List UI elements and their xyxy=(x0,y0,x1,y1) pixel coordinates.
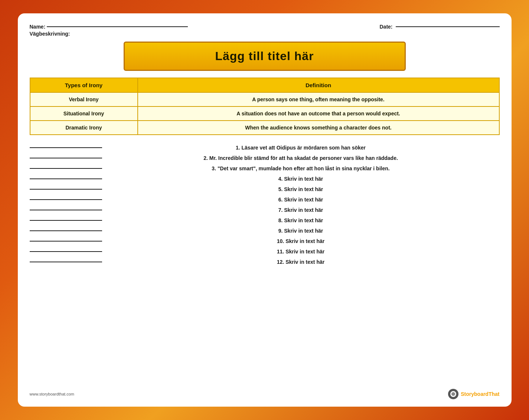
logo-text-storyboard: Storyboard xyxy=(461,391,489,397)
table-row: Situational IronyA situation does not ha… xyxy=(30,106,499,121)
item-row: 11. Skriv in text här xyxy=(30,246,500,257)
answer-line-4 xyxy=(30,189,102,190)
name-underline xyxy=(47,26,188,27)
item-row: 3. "Det var smart", mumlade hon efter at… xyxy=(30,163,500,174)
irony-table: Types of Irony Definition Verbal IronyA … xyxy=(30,78,500,135)
item-text-9: 10. Skriv in text här xyxy=(102,238,500,244)
table-row: Verbal IronyA person says one thing, oft… xyxy=(30,92,499,106)
footer-logo: StoryboardThat xyxy=(448,389,499,399)
item-row: 9. Skriv in text här xyxy=(30,226,500,236)
logo-text-that: That xyxy=(489,391,500,397)
header-name-section: Name: Vägbeskrivning: xyxy=(30,24,188,37)
title-box: Lägg till titel här xyxy=(124,42,406,71)
logo-icon xyxy=(448,389,458,399)
answer-line-3 xyxy=(30,178,102,179)
item-row: 7. Skriv in text här xyxy=(30,205,500,215)
item-row: 1. Läsare vet att Oidipus är mördaren so… xyxy=(30,142,500,153)
description-label: Vägbeskrivning: xyxy=(30,31,70,37)
col1-header: Types of Irony xyxy=(30,78,138,92)
header-row: Name: Vägbeskrivning: Date: xyxy=(30,24,500,37)
item-text-0: 1. Läsare vet att Oidipus är mördaren so… xyxy=(102,145,500,151)
item-text-7: 8. Skriv in text här xyxy=(102,217,500,223)
answer-line-11 xyxy=(30,262,102,262)
item-text-5: 6. Skriv in text här xyxy=(102,197,500,203)
item-row: 5. Skriv in text här xyxy=(30,184,500,194)
answer-line-2 xyxy=(30,168,102,169)
answer-line-8 xyxy=(30,230,102,231)
item-row: 10. Skriv in text här xyxy=(30,236,500,246)
item-row: 8. Skriv in text här xyxy=(30,215,500,226)
svg-point-1 xyxy=(451,392,455,396)
logo-svg xyxy=(450,391,457,397)
answer-line-6 xyxy=(30,210,102,210)
table-row: Dramatic IronyWhen the audience knows so… xyxy=(30,121,499,135)
date-label: Date: xyxy=(379,24,392,30)
item-row: 12. Skriv in text här xyxy=(30,257,500,267)
col2-header: Definition xyxy=(138,78,499,92)
answer-line-9 xyxy=(30,241,102,242)
table-definition-1: A situation does not have an outcome tha… xyxy=(138,106,499,121)
item-text-3: 4. Skriv in text här xyxy=(102,176,500,182)
answer-line-7 xyxy=(30,220,102,221)
item-row: 2. Mr. Incredible blir stämd för att ha … xyxy=(30,153,500,163)
answer-line-5 xyxy=(30,199,102,200)
item-row: 6. Skriv in text här xyxy=(30,194,500,205)
table-definition-0: A person says one thing, often meaning t… xyxy=(138,92,499,106)
page-title: Lägg till titel här xyxy=(140,49,390,63)
item-row: 4. Skriv in text här xyxy=(30,174,500,184)
footer-logo-text: StoryboardThat xyxy=(461,391,499,397)
answer-line-10 xyxy=(30,251,102,252)
item-text-11: 12. Skriv in text här xyxy=(102,259,500,265)
page-container: Name: Vägbeskrivning: Date: Lägg till ti… xyxy=(18,13,512,407)
answer-line-1 xyxy=(30,158,102,158)
table-type-2: Dramatic Irony xyxy=(30,121,138,135)
name-label: Name: xyxy=(30,24,46,30)
item-text-2: 3. "Det var smart", mumlade hon efter at… xyxy=(102,165,500,171)
answer-line-0 xyxy=(30,147,102,148)
table-definition-2: When the audience knows something a char… xyxy=(138,121,499,135)
table-type-0: Verbal Irony xyxy=(30,92,138,106)
item-text-4: 5. Skriv in text här xyxy=(102,186,500,192)
footer: www.storyboardthat.com StoryboardThat xyxy=(30,387,500,399)
footer-url: www.storyboardthat.com xyxy=(30,392,74,396)
item-text-8: 9. Skriv in text här xyxy=(102,228,500,234)
table-type-1: Situational Irony xyxy=(30,106,138,121)
item-text-1: 2. Mr. Incredible blir stämd för att ha … xyxy=(102,155,500,161)
items-section: 1. Läsare vet att Oidipus är mördaren so… xyxy=(30,142,500,384)
item-text-6: 7. Skriv in text här xyxy=(102,207,500,213)
header-date-section: Date: xyxy=(379,24,499,30)
item-text-10: 11. Skriv in text här xyxy=(102,249,500,255)
date-underline xyxy=(396,26,500,27)
